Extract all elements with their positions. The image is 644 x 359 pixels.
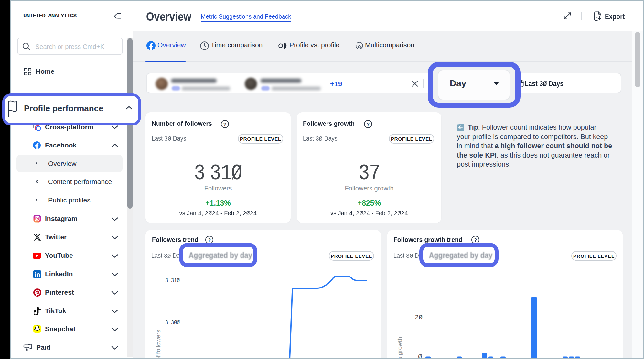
svg-text:Followers growth: Followers growth xyxy=(396,337,403,358)
svg-text:Number of followers: Number of followers xyxy=(155,330,162,358)
svg-text:3 31Ø: 3 31Ø xyxy=(165,277,180,284)
svg-text:3 3ØØ: 3 3ØØ xyxy=(165,319,180,326)
svg-text:Ø: Ø xyxy=(418,353,422,358)
svg-text:2Ø: 2Ø xyxy=(415,314,423,321)
